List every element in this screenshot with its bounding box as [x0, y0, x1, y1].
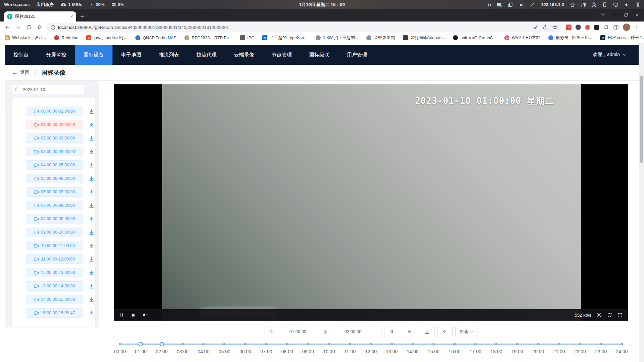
- bookmark-item[interactable]: W WVP-PRO文档: [504, 35, 540, 41]
- bookmark-item[interactable]: IPC: [240, 35, 255, 40]
- download-recording-button[interactable]: [89, 109, 94, 114]
- network-rate-indicator[interactable]: 1 MB/s: [60, 2, 82, 7]
- back-arrow-icon[interactable]: ←: [12, 69, 18, 76]
- recording-range-button[interactable]: 04:00:00-05:00:00: [26, 160, 83, 170]
- app-indicator-b-icon[interactable]: b: [488, 2, 491, 7]
- input-method-indicator[interactable]: 英: [592, 2, 596, 8]
- download-recording-button[interactable]: [89, 270, 94, 275]
- timeline-range-handle[interactable]: [159, 342, 164, 347]
- range-start-time[interactable]: 01:00:00: [274, 329, 322, 334]
- share-icon[interactable]: [543, 25, 548, 30]
- profile-avatar[interactable]: [623, 24, 630, 31]
- nav-menu-item[interactable]: 云端录像: [225, 45, 263, 65]
- nav-menu-item[interactable]: 国标设备: [75, 45, 112, 65]
- bookmark-item[interactable]: M HDAtmos :: 种子 *...: [600, 35, 644, 41]
- bookmark-item[interactable]: 免登录复制: [366, 35, 395, 41]
- player-pause-button[interactable]: [119, 313, 124, 317]
- recording-range-button[interactable]: 03:00:00-04:00:00: [26, 147, 83, 156]
- address-bar[interactable]: localhost:38080/#/gbRecordDetail/3402000…: [46, 23, 562, 32]
- timeline-hour-dot[interactable]: [328, 343, 330, 346]
- player-fullscreen-button[interactable]: [617, 313, 623, 318]
- timeline-hour-dot[interactable]: [516, 343, 518, 346]
- nav-menu-item[interactable]: 拉流代理: [188, 45, 225, 65]
- download-recording-button[interactable]: [89, 122, 94, 127]
- recording-range-button[interactable]: 00:00:00-01:00:00: [26, 107, 83, 116]
- nav-menu-item[interactable]: 节点管理: [263, 45, 301, 65]
- recording-range-button[interactable]: 12:00:00-13:00:00: [26, 268, 83, 277]
- bookmark-item[interactable]: 如何编译Android...: [403, 35, 445, 41]
- download-recording-button[interactable]: [89, 297, 94, 302]
- extension-red-icon[interactable]: [585, 25, 590, 30]
- bookmark-item[interactable]: QNAP Turbo NAS: [135, 35, 176, 40]
- timeline-hour-dot[interactable]: [579, 343, 581, 346]
- memory-usage-indicator[interactable]: 8%: [111, 2, 124, 7]
- timeline-hour-dot[interactable]: [349, 343, 351, 346]
- video-player[interactable]: 2023-01-10 01:00:00 星期二 552 kb/s: [114, 84, 628, 321]
- nav-menu-item[interactable]: 国标级联: [301, 45, 338, 65]
- timeline-hour-dot[interactable]: [119, 343, 121, 346]
- timeline-hour-dot[interactable]: [453, 343, 456, 346]
- player-mute-button[interactable]: [142, 313, 148, 317]
- timeline-hour-dot[interactable]: [286, 343, 288, 346]
- recording-range-button[interactable]: 05:00:00-06:00:00: [26, 174, 83, 183]
- chat-app-icon[interactable]: [497, 2, 502, 7]
- bookmark-item[interactable]: 知 了不起的 TypeScri...: [262, 35, 308, 41]
- volume-icon[interactable]: [624, 2, 630, 7]
- timeline-hour-dot[interactable]: [621, 343, 623, 346]
- download-recording-button[interactable]: [89, 216, 94, 222]
- player-refresh-button[interactable]: [607, 313, 612, 318]
- site-info-icon[interactable]: [50, 25, 55, 30]
- clipboard-icon[interactable]: [508, 2, 513, 7]
- tab-search-chevron-icon[interactable]: [601, 13, 605, 16]
- timeline-hour-dot[interactable]: [202, 343, 205, 346]
- bookmark-item[interactable]: C java、android可...: [86, 35, 127, 41]
- timeline-hour-dot[interactable]: [412, 343, 414, 346]
- window-restore-button[interactable]: [624, 13, 628, 17]
- extensions-puzzle-icon[interactable]: [603, 25, 609, 30]
- bookmark-item[interactable]: Redmine: [54, 35, 78, 40]
- timeline-hour-dot[interactable]: [265, 343, 268, 346]
- system-clock[interactable]: 1月10日 星期二 15：09: [299, 2, 345, 8]
- download-recording-button[interactable]: [89, 190, 94, 195]
- bookmark-item[interactable]: 1.8W字|了不起的...: [316, 35, 358, 41]
- workspaces-button[interactable]: Workspaces: [4, 2, 30, 7]
- window-minimize-button[interactable]: —: [612, 12, 617, 17]
- download-recording-button[interactable]: [89, 136, 94, 141]
- home-icon[interactable]: [570, 2, 575, 7]
- download-recording-button[interactable]: [89, 176, 94, 181]
- timeline-track[interactable]: [120, 342, 622, 347]
- time-range-picker[interactable]: 01:00:00 至 02:00:00: [265, 326, 381, 337]
- timeline-hour-dot[interactable]: [537, 343, 539, 346]
- timeline-hour-dot[interactable]: [223, 343, 226, 346]
- windows-stack-icon[interactable]: [581, 2, 586, 7]
- play-button[interactable]: [402, 326, 417, 337]
- side-panel-icon[interactable]: [613, 25, 619, 30]
- new-tab-button[interactable]: +: [80, 13, 84, 20]
- recording-range-button[interactable]: 08:00:00-09:00:00: [26, 214, 83, 224]
- player-stop-button[interactable]: [131, 313, 135, 317]
- recording-range-button[interactable]: 10:00:00-11:00:00: [26, 241, 83, 250]
- bookmark-item[interactable]: hairrrrr/C-CrashC...: [453, 35, 496, 40]
- download-recording-button[interactable]: [89, 163, 94, 168]
- window-close-button[interactable]: ×: [636, 12, 639, 17]
- applications-menu[interactable]: 应用程序: [36, 2, 54, 8]
- recording-range-button[interactable]: 09:00:00-10:00:00: [26, 228, 83, 237]
- download-recording-button[interactable]: [89, 284, 94, 289]
- recording-range-button[interactable]: 01:00:00-02:00:00: [26, 120, 83, 129]
- timeline-range-handle[interactable]: [139, 342, 143, 347]
- user-menu[interactable]: 欢迎，admin: [593, 45, 639, 65]
- download-recording-button[interactable]: [89, 257, 94, 262]
- timeline-hour-dot[interactable]: [600, 343, 602, 346]
- nav-menu-item[interactable]: 用户管理: [338, 45, 376, 65]
- extension-disk-icon[interactable]: [576, 25, 581, 30]
- recording-range-button[interactable]: 02:00:00-03:00:00: [26, 133, 83, 143]
- recording-range-button[interactable]: 14:00:00-15:00:00: [26, 295, 83, 304]
- speed-dropdown[interactable]: 倍速: [455, 326, 477, 337]
- refresh-button[interactable]: [25, 25, 33, 30]
- extension-square-icon[interactable]: [594, 25, 599, 30]
- back-button[interactable]: [3, 25, 11, 30]
- forward-button[interactable]: [14, 25, 22, 30]
- back-link[interactable]: 返回: [20, 70, 30, 76]
- download-button[interactable]: [420, 326, 435, 337]
- recording-range-button[interactable]: 13:00:00-14:00:00: [26, 281, 83, 291]
